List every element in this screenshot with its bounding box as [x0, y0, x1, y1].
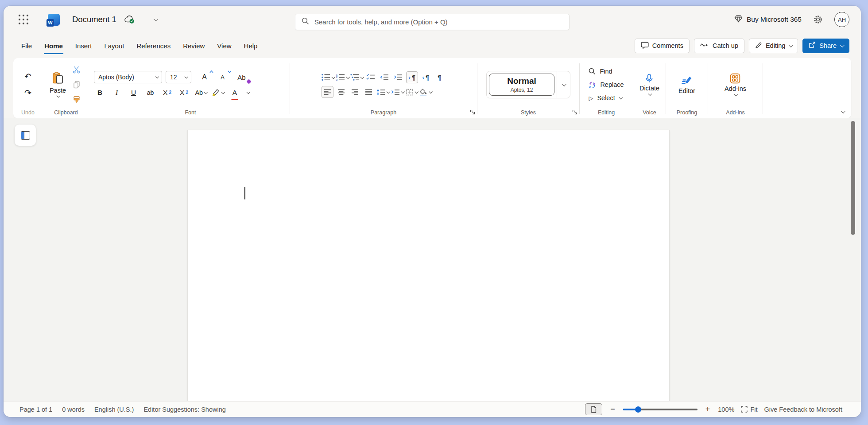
fit-to-page-button[interactable]: Fit [741, 406, 757, 413]
shrink-font-button[interactable]: A [217, 71, 229, 83]
clear-formatting-button[interactable]: Ab [236, 71, 248, 83]
paragraph-spacing-button[interactable] [391, 86, 404, 98]
checklist-button[interactable] [365, 71, 377, 83]
show-paragraph-marks-button[interactable]: ¶ [434, 71, 446, 83]
search-bar[interactable] [295, 14, 570, 30]
font-size-combobox[interactable]: 12 [166, 71, 191, 83]
left-to-right-paragraph-button[interactable]: ›¶ [406, 71, 418, 83]
dictate-button[interactable]: Dictate [639, 74, 659, 96]
word-count-status[interactable]: 0 words [62, 406, 85, 413]
align-right-button[interactable] [349, 86, 361, 98]
styles-dialog-launcher[interactable] [572, 109, 577, 116]
replace-button[interactable]: bc Replace [587, 79, 625, 90]
print-layout-view-button[interactable] [585, 403, 602, 415]
tab-view[interactable]: View [211, 33, 237, 58]
cut-button[interactable] [70, 64, 82, 76]
redo-button[interactable]: ↷ [22, 87, 34, 99]
collapse-ribbon-chevron[interactable] [841, 107, 844, 115]
chevron-down-icon [789, 43, 793, 47]
status-bar: Page 1 of 1 0 words English (U.S.) Edito… [4, 401, 861, 417]
numbered-list-icon: 123 [336, 74, 345, 81]
tab-home[interactable]: Home [38, 33, 69, 58]
font-color-button[interactable]: A [229, 86, 241, 98]
vertical-scrollbar[interactable] [851, 121, 855, 235]
zoom-level[interactable]: 100% [718, 406, 734, 413]
page-count-status[interactable]: Page 1 of 1 [19, 406, 52, 413]
copy-button[interactable] [70, 79, 82, 91]
strikethrough-button[interactable]: ab [144, 86, 156, 98]
share-button[interactable]: Share [802, 39, 849, 53]
buy-microsoft-365-button[interactable]: Buy Microsoft 365 [734, 15, 802, 24]
numbered-list-button[interactable]: 123 [336, 71, 349, 83]
paste-clipboard-icon [52, 72, 64, 86]
paragraph-dialog-launcher[interactable] [470, 109, 475, 116]
navigation-pane-toggle-button[interactable] [15, 125, 36, 146]
style-normal[interactable]: Normal Aptos, 12 [489, 74, 554, 96]
subscript-button[interactable]: X2 [161, 86, 173, 98]
tab-review[interactable]: Review [177, 33, 211, 58]
justify-button[interactable] [363, 86, 375, 98]
styles-group: Normal Aptos, 12 Styles [477, 62, 579, 117]
document-page[interactable] [187, 130, 670, 401]
zoom-in-button[interactable]: + [704, 405, 712, 414]
zoom-slider-thumb[interactable] [635, 406, 641, 413]
tab-file[interactable]: File [15, 33, 38, 58]
app-launcher-icon[interactable] [19, 15, 28, 24]
editing-group: Find bc Replace ▷ Select Editing [580, 62, 633, 117]
editor-button[interactable]: Editor [678, 75, 695, 94]
multilevel-list-button[interactable] [350, 71, 363, 83]
right-to-left-paragraph-button[interactable]: ‹¶ [420, 71, 432, 83]
text-cursor [244, 187, 245, 199]
settings-gear-icon[interactable] [813, 15, 823, 24]
styles-gallery-chevron[interactable] [557, 71, 570, 98]
zoom-slider[interactable] [623, 409, 698, 410]
font-family-combobox[interactable]: Aptos (Body) [94, 71, 162, 83]
align-left-button[interactable] [322, 86, 333, 98]
comments-button[interactable]: Comments [635, 39, 690, 53]
word-app-window: W Document 1 Buy Microsoft 365 AH [4, 6, 861, 417]
language-status[interactable]: English (U.S.) [94, 406, 134, 413]
decrease-indent-button[interactable] [379, 71, 391, 83]
bold-button[interactable]: B [94, 86, 106, 98]
premium-diamond-icon [734, 15, 743, 24]
select-arrow-icon: ▷ [589, 95, 593, 101]
catch-up-button[interactable]: Catch up [694, 39, 744, 53]
search-input[interactable] [314, 18, 563, 26]
find-button[interactable]: Find [587, 66, 614, 77]
line-spacing-button[interactable] [376, 86, 389, 98]
zoom-out-button[interactable]: − [609, 405, 616, 414]
pencil-icon [755, 42, 762, 50]
editor-suggestions-status[interactable]: Editor Suggestions: Showing [143, 406, 225, 413]
change-case-button[interactable]: Ab [195, 86, 207, 98]
select-button[interactable]: ▷ Select [587, 93, 623, 104]
ribbon-tab-bar: File Home Insert Layout References Revie… [4, 33, 861, 58]
grow-font-button[interactable]: A [198, 71, 210, 83]
format-painter-button[interactable] [70, 94, 82, 106]
tab-references[interactable]: References [130, 33, 177, 58]
tab-help[interactable]: Help [238, 33, 264, 58]
superscript-button[interactable]: X2 [178, 86, 190, 98]
chevron-down-icon[interactable] [246, 90, 250, 94]
undo-button[interactable]: ↶ [22, 70, 34, 82]
feedback-link[interactable]: Give Feedback to Microsoft [764, 406, 843, 413]
shading-button[interactable] [419, 86, 432, 98]
chevron-down-icon [155, 75, 159, 78]
bulleted-list-button[interactable] [322, 71, 334, 83]
chevron-down-icon [221, 90, 225, 94]
word-logo-icon[interactable]: W [48, 14, 60, 26]
document-title[interactable]: Document 1 [72, 15, 116, 24]
increase-indent-button[interactable] [392, 71, 404, 83]
chevron-down-icon [387, 90, 390, 94]
account-avatar[interactable]: AH [834, 12, 849, 27]
text-highlight-button[interactable] [212, 86, 224, 98]
editing-mode-dropdown[interactable]: Editing [749, 39, 798, 53]
paste-button[interactable]: Paste [50, 72, 66, 97]
tab-insert[interactable]: Insert [69, 33, 98, 58]
title-dropdown-chevron-icon[interactable] [154, 17, 158, 21]
addins-button[interactable]: Add-ins [725, 73, 746, 96]
tab-layout[interactable]: Layout [98, 33, 130, 58]
borders-button[interactable] [405, 86, 417, 98]
underline-button[interactable]: U [128, 86, 140, 98]
italic-button[interactable]: I [111, 86, 123, 98]
align-center-button[interactable] [335, 86, 347, 98]
